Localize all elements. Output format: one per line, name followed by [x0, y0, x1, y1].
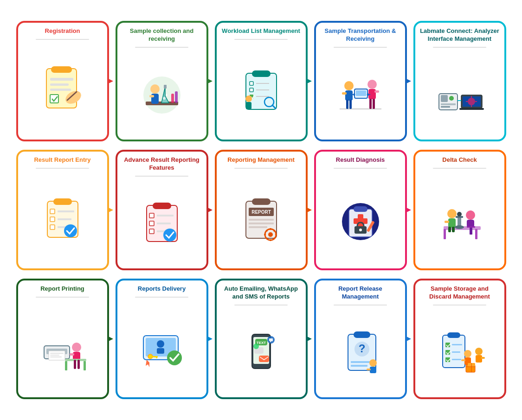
card-result-diagnosis[interactable]: Result Diagnosis — [314, 150, 407, 270]
svg-point-33 — [344, 81, 354, 90]
svg-point-158 — [253, 344, 259, 349]
arrow-report-release — [405, 334, 415, 344]
arrow-report-printing — [107, 334, 117, 344]
card-sample-collection[interactable]: Sample collection and receiving — [116, 21, 208, 141]
svg-point-30 — [245, 95, 252, 102]
svg-rect-80 — [149, 229, 154, 234]
card-report-release[interactable]: Report Release Management ? — [314, 279, 407, 399]
divider — [334, 47, 387, 48]
main-grid: Registration Sample collection a — [7, 12, 516, 408]
card-delta-check[interactable]: Delta Check — [413, 150, 506, 270]
svg-rect-67 — [58, 210, 74, 212]
svg-rect-34 — [345, 90, 353, 101]
divider — [234, 168, 288, 169]
card-title-workload: Workload List Management — [217, 23, 306, 38]
svg-marker-32 — [306, 78, 312, 84]
card-image-report-printing — [18, 300, 107, 397]
svg-rect-77 — [157, 215, 174, 216]
svg-rect-149 — [156, 356, 157, 358]
card-sample-storage[interactable]: Sample Storage and Discard Management — [413, 279, 506, 399]
divider — [334, 168, 387, 169]
svg-rect-76 — [149, 213, 154, 218]
card-title-result-report: Result Report Entry — [18, 152, 107, 167]
svg-rect-1 — [51, 66, 72, 73]
card-title-labmate: Labmate Connect: Analyzer Interface Mana… — [415, 23, 504, 46]
arrow-workload — [306, 76, 316, 86]
svg-rect-46 — [346, 100, 348, 109]
svg-rect-35 — [342, 92, 347, 95]
svg-point-15 — [163, 97, 166, 100]
svg-rect-14 — [164, 85, 167, 89]
svg-rect-133 — [50, 356, 62, 357]
svg-rect-31 — [246, 102, 251, 109]
svg-marker-101 — [306, 207, 312, 213]
svg-rect-183 — [461, 359, 465, 361]
svg-rect-118 — [452, 227, 455, 232]
svg-rect-4 — [50, 89, 71, 91]
divider — [433, 47, 486, 48]
svg-point-184 — [475, 348, 483, 355]
svg-point-82 — [163, 229, 176, 242]
card-workload[interactable]: Workload List Management — [215, 21, 308, 141]
card-image-workload — [217, 43, 306, 140]
card-reporting-management[interactable]: Reporting Management REPORT — [215, 150, 308, 270]
divider — [334, 305, 387, 305]
svg-rect-79 — [157, 223, 171, 224]
card-image-advance-result — [117, 179, 206, 268]
card-title-sample-storage: Sample Storage and Discard Management — [415, 280, 504, 304]
card-title-report-release: Report Release Management — [316, 280, 405, 304]
svg-rect-78 — [149, 221, 154, 226]
card-title-result-diagnosis: Result Diagnosis — [316, 152, 405, 167]
svg-rect-88 — [249, 219, 274, 221]
card-registration[interactable]: Registration — [16, 21, 109, 141]
arrow-result-diagnosis — [405, 205, 415, 215]
card-sample-transportation[interactable]: Sample Transportation & Receiving — [314, 21, 407, 141]
svg-rect-63 — [459, 108, 484, 110]
arrow-auto-emailing — [306, 334, 316, 344]
svg-point-119 — [466, 210, 475, 220]
svg-marker-8 — [108, 78, 113, 84]
svg-point-124 — [457, 212, 462, 216]
svg-rect-22 — [250, 82, 253, 85]
svg-rect-48 — [369, 99, 372, 109]
svg-marker-50 — [406, 78, 411, 84]
card-title-sample-transportation: Sample Transportation & Receiving — [316, 23, 405, 46]
card-report-printing[interactable]: Report Printing — [16, 279, 109, 399]
svg-point-123 — [455, 225, 464, 229]
svg-marker-162 — [306, 336, 312, 342]
card-result-report[interactable]: Result Report Entry — [16, 150, 109, 270]
svg-rect-115 — [448, 218, 456, 228]
svg-rect-132 — [50, 355, 59, 356]
svg-rect-40 — [356, 90, 366, 96]
svg-rect-47 — [349, 100, 352, 109]
svg-rect-117 — [448, 227, 451, 232]
svg-rect-136 — [70, 353, 74, 356]
svg-rect-90 — [249, 226, 267, 228]
svg-marker-142 — [108, 336, 113, 342]
card-image-sample-storage — [415, 308, 504, 397]
svg-rect-104 — [354, 206, 367, 212]
arrow-registration — [107, 76, 117, 86]
svg-point-108 — [359, 229, 362, 231]
card-auto-emailing[interactable]: Auto Emailing, WhatsApp and SMS of Repor… — [215, 279, 308, 399]
svg-rect-171 — [367, 369, 371, 370]
card-image-delta-check — [415, 172, 504, 268]
card-reports-delivery[interactable]: Reports Delivery — [116, 279, 208, 399]
card-title-report-printing: Report Printing — [18, 280, 107, 296]
svg-marker-172 — [406, 336, 411, 342]
arrow-sample-collection — [206, 76, 217, 86]
card-labmate[interactable]: Labmate Connect: Analyzer Interface Mana… — [413, 21, 506, 141]
svg-rect-18 — [175, 91, 178, 103]
svg-rect-75 — [153, 203, 171, 209]
card-advance-result[interactable]: Advance Result Reporting Features — [116, 150, 208, 270]
svg-point-36 — [367, 80, 377, 89]
svg-point-147 — [148, 354, 153, 359]
svg-point-181 — [464, 350, 471, 357]
card-image-report-release: ? — [316, 308, 405, 397]
svg-rect-174 — [447, 332, 460, 338]
svg-rect-126 — [470, 228, 472, 235]
card-image-result-report — [18, 172, 107, 268]
svg-point-11 — [150, 84, 160, 94]
svg-marker-83 — [207, 207, 213, 213]
svg-rect-146 — [157, 348, 164, 354]
